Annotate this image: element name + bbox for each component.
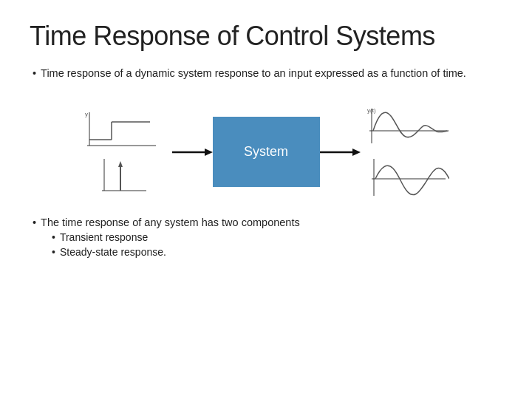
- sine-response: [368, 155, 449, 200]
- slide: Time Response of Control Systems Time re…: [0, 0, 532, 399]
- lower-bullets: The time response of any system has two …: [30, 216, 502, 258]
- bullet-steady-state: Steady-state response.: [30, 246, 502, 258]
- bullet-1: Time response of a dynamic system respon…: [30, 65, 502, 81]
- output-signals: y(t): [361, 100, 457, 204]
- svg-marker-9: [118, 161, 123, 167]
- svg-text:y: y: [85, 111, 88, 117]
- system-label: System: [244, 144, 288, 160]
- input-arrow: [172, 141, 213, 163]
- output-arrow: [320, 141, 361, 163]
- step-signal: y: [83, 109, 165, 149]
- system-box: System: [213, 117, 320, 187]
- bullet-transient: Transient response: [30, 231, 502, 243]
- svg-marker-13: [352, 149, 361, 156]
- oscillating-response: y(t): [366, 105, 451, 149]
- diagram-area: y System: [30, 95, 502, 209]
- bullet-2: The time response of any system has two …: [30, 216, 502, 228]
- svg-marker-11: [205, 149, 213, 156]
- slide-title: Time Response of Control Systems: [30, 21, 502, 52]
- input-signals: y: [76, 100, 172, 204]
- impulse-signal: [98, 155, 150, 196]
- svg-text:y(t): y(t): [367, 107, 376, 114]
